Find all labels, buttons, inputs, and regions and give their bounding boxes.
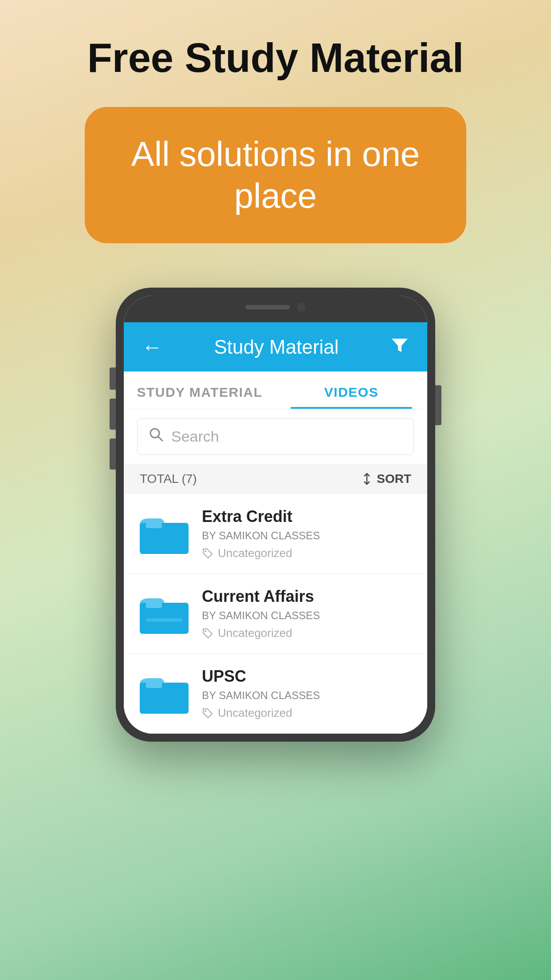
tag-icon bbox=[202, 548, 213, 559]
item-tag: Uncategorized bbox=[202, 626, 411, 640]
folder-icon bbox=[140, 674, 189, 714]
app-content: ← Study Material STUDY MATERIAL VIDEOS bbox=[124, 322, 427, 734]
svg-rect-6 bbox=[140, 527, 189, 554]
sort-button[interactable]: SORT bbox=[361, 472, 411, 486]
tabs-row: STUDY MATERIAL VIDEOS bbox=[124, 371, 427, 409]
item-title: Current Affairs bbox=[202, 587, 411, 606]
tag-icon bbox=[202, 628, 213, 639]
total-count: TOTAL (7) bbox=[140, 472, 197, 486]
phone-side-right bbox=[435, 385, 441, 425]
item-author: by SAMIKON CLASSES bbox=[202, 689, 411, 702]
back-button[interactable]: ← bbox=[142, 335, 163, 359]
svg-rect-17 bbox=[140, 687, 189, 714]
tag-icon bbox=[202, 707, 213, 719]
item-title: UPSC bbox=[202, 667, 411, 686]
speaker bbox=[245, 305, 290, 309]
svg-marker-0 bbox=[392, 339, 408, 352]
header-title: Study Material bbox=[214, 336, 338, 358]
phone-mockup: ← Study Material STUDY MATERIAL VIDEOS bbox=[116, 288, 435, 742]
mute-button bbox=[110, 368, 116, 390]
svg-point-8 bbox=[205, 550, 206, 552]
search-input[interactable]: Search bbox=[171, 428, 219, 445]
sort-row: TOTAL (7) SORT bbox=[124, 464, 427, 494]
phone-side-left bbox=[110, 368, 116, 470]
item-author: by SAMIKON CLASSES bbox=[202, 609, 411, 622]
power-button bbox=[435, 385, 441, 425]
item-info: Extra Credit by SAMIKON CLASSES Uncatego… bbox=[202, 507, 411, 560]
tagline-card: All solutions in one place bbox=[85, 107, 466, 243]
item-tag: Uncategorized bbox=[202, 546, 411, 560]
svg-point-14 bbox=[205, 630, 206, 632]
tag-text: Uncategorized bbox=[218, 706, 292, 720]
tag-text: Uncategorized bbox=[218, 626, 292, 640]
page-wrapper: Free Study Material All solutions in one… bbox=[0, 0, 551, 980]
item-author: by SAMIKON CLASSES bbox=[202, 530, 411, 542]
volume-down-button bbox=[110, 439, 116, 470]
list-item[interactable]: Extra Credit by SAMIKON CLASSES Uncatego… bbox=[124, 494, 427, 574]
tag-text: Uncategorized bbox=[218, 546, 292, 560]
tab-videos[interactable]: VIDEOS bbox=[276, 371, 427, 409]
notch-cutout bbox=[213, 296, 338, 319]
tab-study-material[interactable]: STUDY MATERIAL bbox=[124, 371, 276, 409]
sort-label: SORT bbox=[377, 472, 411, 486]
camera bbox=[297, 303, 306, 312]
svg-rect-7 bbox=[146, 522, 162, 528]
phone-outer: ← Study Material STUDY MATERIAL VIDEOS bbox=[116, 288, 435, 742]
item-title: Extra Credit bbox=[202, 507, 411, 526]
svg-rect-18 bbox=[146, 682, 162, 688]
app-header: ← Study Material bbox=[124, 322, 427, 371]
search-bar[interactable]: Search bbox=[137, 418, 414, 455]
item-tag: Uncategorized bbox=[202, 706, 411, 720]
svg-rect-13 bbox=[146, 618, 182, 622]
folder-icon bbox=[140, 514, 189, 554]
filter-icon[interactable] bbox=[390, 335, 409, 359]
item-info: Current Affairs by SAMIKON CLASSES Uncat… bbox=[202, 587, 411, 640]
svg-rect-12 bbox=[146, 602, 162, 608]
page-title: Free Study Material bbox=[52, 36, 500, 80]
search-icon bbox=[148, 427, 164, 447]
list-item[interactable]: UPSC by SAMIKON CLASSES Uncategorized bbox=[124, 654, 427, 734]
svg-line-2 bbox=[158, 436, 162, 441]
phone-inner: ← Study Material STUDY MATERIAL VIDEOS bbox=[124, 296, 427, 734]
list-item[interactable]: Current Affairs by SAMIKON CLASSES Uncat… bbox=[124, 574, 427, 654]
folder-icon bbox=[140, 594, 189, 634]
tagline-text: All solutions in one place bbox=[120, 134, 431, 217]
item-info: UPSC by SAMIKON CLASSES Uncategorized bbox=[202, 667, 411, 720]
phone-notch bbox=[124, 296, 427, 322]
svg-point-19 bbox=[205, 710, 206, 712]
volume-up-button bbox=[110, 399, 116, 430]
search-container: Search bbox=[124, 409, 427, 464]
